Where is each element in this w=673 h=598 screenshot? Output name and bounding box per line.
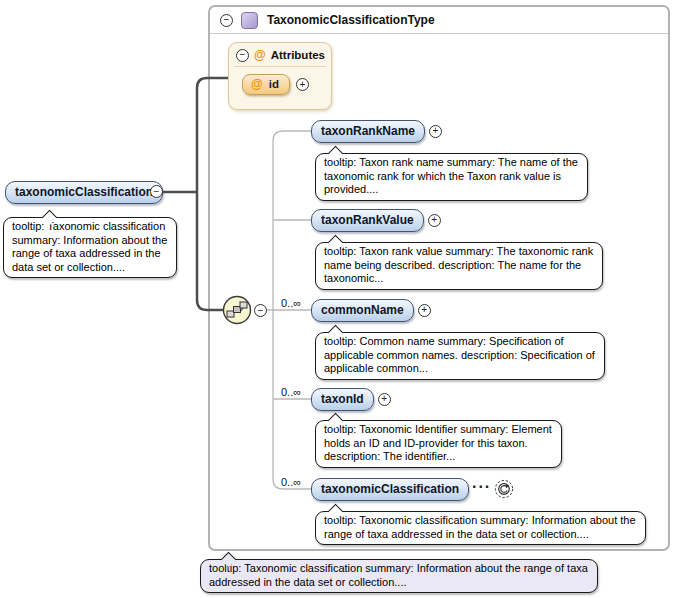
expand-taxonId-button[interactable]: + [378,393,391,406]
schema-diagram-canvas: − TaxonomicClassificationType − @ Attrib… [0,0,673,598]
collapse-root-button[interactable]: − [150,185,163,198]
expand-taxonRankName-button[interactable]: + [429,125,442,138]
tooltip-type-outer: tooltip: Taxonomic classification summar… [200,559,598,593]
attribute-row-id: @ id + [229,67,331,95]
sequence-icon[interactable] [224,297,251,324]
attribute-name: id [269,78,279,90]
attribute-id[interactable]: @ id [242,74,290,95]
tooltip-commonName: tooltip: Common name summary: Specificat… [315,332,605,380]
collapse-sequence-button[interactable]: − [254,304,267,317]
tooltip-root-element: tooltip: Taxonomic classification summar… [3,217,177,278]
tooltip-taxonRankName: tooltip: Taxon rank name summary: The na… [315,153,588,201]
attributes-header: − @ Attributes [229,43,331,65]
tooltip-taxonRankValue: tooltip: Taxon rank value summary: The t… [315,242,603,290]
element-row-commonName: 0..∞ commonName + [281,299,431,321]
at-icon: @ [254,48,266,62]
element-row-taxonId: 0..∞ taxonId + [281,388,391,410]
cardinality-label: 0..∞ [281,476,311,488]
element-row-taxonomicClassification: 0..∞ taxonomicClassification ··· [281,478,515,500]
expand-commonName-button[interactable]: + [418,304,431,317]
element-commonName[interactable]: commonName [311,299,414,322]
element-taxonRankValue[interactable]: taxonRankValue [311,209,424,232]
cardinality-label: 0..∞ [281,297,311,309]
element-taxonomicClassification-recursive[interactable]: taxonomicClassification [311,478,469,501]
expand-id-button[interactable]: + [296,78,309,91]
tooltip-taxonId: tooltip: Taxonomic Identifier summary: E… [315,420,562,468]
element-taxonId[interactable]: taxonId [311,388,374,411]
recursion-icon[interactable] [493,478,515,500]
tooltip-taxonomicClassification-recursive: tooltip: Taxonomic classification summar… [315,511,646,545]
element-row-taxonRankValue: taxonRankValue + [281,209,441,231]
element-taxonRankName[interactable]: taxonRankName [311,120,425,143]
collapse-attributes-button[interactable]: − [236,49,249,62]
cardinality-label: 0..∞ [281,386,311,398]
expand-taxonRankValue-button[interactable]: + [428,214,441,227]
attributes-title: Attributes [271,49,325,61]
element-row-taxonRankName: taxonRankName + [281,120,442,142]
element-taxonomicClassification-root[interactable]: taxonomicClassification [5,181,163,204]
attributes-panel: − @ Attributes @ id + [228,42,332,110]
recursion-link-dots: ··· [472,478,491,496]
at-icon: @ [251,77,263,91]
